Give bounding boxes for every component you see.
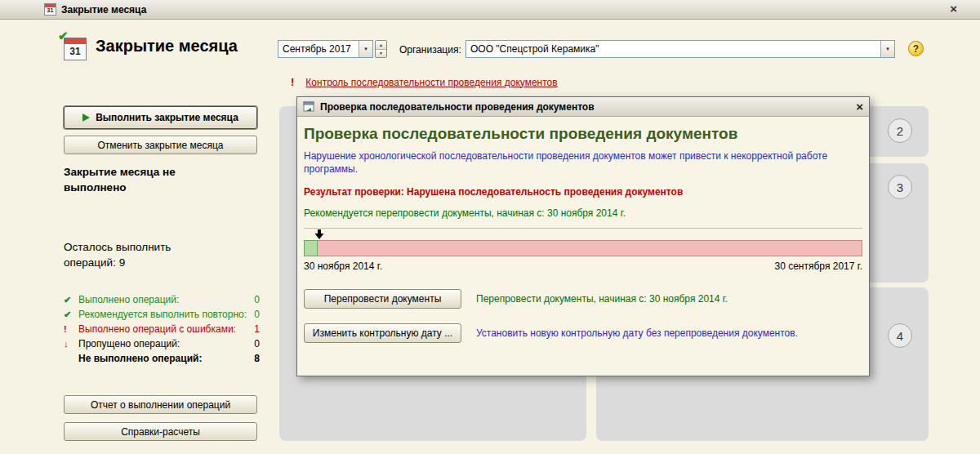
recommendation-text: Рекомендуется перепровести документы, на… <box>304 207 862 219</box>
remaining-operations-text: Осталось выполнить операций: 9 <box>64 239 215 270</box>
check-icon: ✔ <box>64 309 78 320</box>
stage-number-badge: 4 <box>888 323 912 348</box>
stat-value: 1 <box>254 323 260 335</box>
spinner-down-icon[interactable]: ▼ <box>376 50 386 58</box>
dialog-titlebar: Проверка последовательности проведения д… <box>297 97 869 117</box>
arrow-down-icon: ↓ <box>64 339 78 349</box>
run-month-closing-button[interactable]: Выполнить закрытие месяца <box>64 106 257 129</box>
period-select[interactable]: Сентябрь 2017 ▼ <box>278 40 373 58</box>
warning-icon: ! <box>291 76 294 88</box>
dialog-title: Проверка последовательности проведения д… <box>320 101 595 113</box>
stat-value: 0 <box>254 294 260 305</box>
timeline-ok-segment <box>304 240 318 256</box>
dialog-close-icon[interactable]: × <box>856 100 863 114</box>
stat-label: Не выполнено операций: <box>78 353 202 364</box>
stat-row-repeat: ✔ Рекомендуется выполнить повторно: 0 <box>64 309 260 323</box>
error-icon: ! <box>64 324 78 334</box>
window-title: Закрытие месяца <box>61 4 146 16</box>
month-closing-icon: 31 ✔ <box>60 34 88 62</box>
closing-status-text: Закрытие месяца не выполнено <box>64 164 239 195</box>
posting-sequence-timeline <box>304 240 862 256</box>
separator <box>304 228 862 229</box>
check-icon: ✔ <box>64 295 78 305</box>
stat-row-completed: ✔ Выполнено операций: 0 <box>64 294 260 309</box>
question-icon: ? <box>908 41 924 56</box>
window-close-icon[interactable]: × <box>950 2 957 16</box>
period-value: Сентябрь 2017 <box>278 41 359 57</box>
stat-value: 0 <box>254 309 260 320</box>
stage-number-badge: 3 <box>888 175 912 199</box>
sequence-check-dialog: Проверка последовательности проведения д… <box>296 96 870 376</box>
help-button[interactable]: ? <box>906 38 926 59</box>
organization-select[interactable]: ООО "Спецстрой Керамика" ▼ <box>466 40 895 58</box>
dialog-body: Проверка последовательности проведения д… <box>297 125 869 343</box>
repost-action-row: Перепровести документы Перепровести доку… <box>304 289 862 309</box>
chevron-down-icon[interactable]: ▼ <box>880 41 894 57</box>
operations-stats-list: ✔ Выполнено операций: 0 ✔ Рекомендуется … <box>64 294 260 367</box>
timeline-broken-segment <box>318 240 862 256</box>
play-icon <box>82 114 90 122</box>
stat-row-skipped: ↓ Пропущено операций: 0 <box>64 338 260 353</box>
month-closing-window: 31 Закрытие месяца × 2 3 4 31 ✔ Закрытие… <box>0 0 980 454</box>
cancel-month-closing-button[interactable]: Отменить закрытие месяца <box>64 136 257 154</box>
stage-number-badge: 2 <box>888 118 912 143</box>
sequence-control-link[interactable]: Контроль последовательности проведения д… <box>305 77 557 88</box>
repost-hint-text: Перепровести документы, начиная с: 30 но… <box>476 293 728 305</box>
page-title: Закрытие месяца <box>96 37 238 56</box>
stat-label: Выполнено операций: <box>78 294 179 305</box>
chevron-down-icon[interactable]: ▼ <box>359 41 372 57</box>
timeline-start-date: 30 ноября 2014 г. <box>304 260 382 272</box>
stat-value: 0 <box>254 338 260 349</box>
dialog-heading: Проверка последовательности проведения д… <box>304 125 862 143</box>
spinner-up-icon[interactable]: ▲ <box>376 41 386 50</box>
stat-label: Рекомендуется выполнить повторно: <box>78 309 247 320</box>
check-result-text: Результат проверки: Нарушена последовате… <box>304 186 862 198</box>
form-icon <box>303 100 315 113</box>
timeline-marker-icon <box>314 229 862 239</box>
period-stepper[interactable]: ▲ ▼ <box>375 40 387 58</box>
timeline-end-date: 30 сентября 2017 г. <box>775 260 863 272</box>
change-date-hint-text: Установить новую контрольную дату без пе… <box>476 327 798 339</box>
change-date-action-row: Изменить контрольную дату ... Установить… <box>304 323 862 343</box>
check-icon: ✔ <box>58 29 69 43</box>
timeline-labels: 30 ноября 2014 г. 30 сентября 2017 г. <box>304 260 862 272</box>
organization-label: Организация: <box>399 44 461 56</box>
repost-documents-button[interactable]: Перепровести документы <box>304 289 461 309</box>
calendar-icon: 31 <box>44 3 56 16</box>
stat-value: 8 <box>254 353 260 364</box>
stat-row-errors: ! Выполнено операций с ошибками: 1 <box>64 323 260 338</box>
run-button-label: Выполнить закрытие месяца <box>96 112 238 123</box>
operations-report-button[interactable]: Отчет о выполнении операций <box>64 395 257 414</box>
stat-row-not-done: Не выполнено операций: 8 <box>64 353 260 367</box>
stat-label: Пропущено операций: <box>78 338 180 349</box>
stat-label: Выполнено операций с ошибками: <box>78 323 236 335</box>
references-calculations-button[interactable]: Справки-расчеты <box>64 422 257 441</box>
dialog-description: Нарушение хронологической последовательн… <box>304 150 866 176</box>
sequence-warning-row: ! Контроль последовательности проведения… <box>291 76 558 88</box>
change-control-date-button[interactable]: Изменить контрольную дату ... <box>304 323 461 343</box>
organization-value: ООО "Спецстрой Керамика" <box>466 41 880 57</box>
window-titlebar: 31 Закрытие месяца × <box>0 0 980 20</box>
